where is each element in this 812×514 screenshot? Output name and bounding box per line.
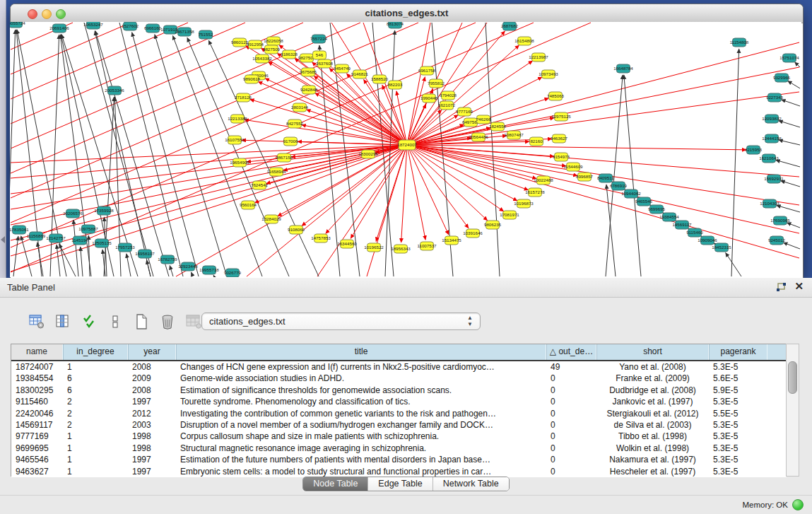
tab-network-table[interactable]: Network Table (433, 477, 509, 491)
table-cell[interactable]: Franke et al. (2009) (596, 373, 709, 384)
table-cell[interactable]: Estimation of the future numbers of pati… (176, 454, 546, 465)
table-vertical-scrollbar[interactable] (786, 344, 799, 477)
tab-edge-table[interactable]: Edge Table (368, 477, 433, 491)
table-cell[interactable]: 1 (63, 466, 128, 477)
table-cell[interactable]: Dudbridge et al. (2008) (596, 385, 709, 396)
table-cell[interactable]: 0 (546, 466, 596, 477)
table-cell[interactable]: 5.3E-5 (709, 466, 767, 477)
table-cell[interactable]: Tibbo et al. (1998) (596, 431, 709, 442)
network-view-canvas[interactable]: 1405572420691406106532471527602696616010… (10, 22, 801, 277)
table-cell[interactable]: Changes of HCN gene expression and I(f) … (176, 361, 546, 373)
table-cell[interactable]: 9465546 (11, 454, 63, 465)
table-cell[interactable]: Yano et al. (2008) (596, 361, 709, 373)
table-cell[interactable]: 5.3E-5 (709, 361, 767, 373)
rows-icon[interactable] (107, 313, 124, 330)
table-select-dropdown[interactable]: citations_edges.txt ▲▼ (201, 313, 481, 330)
table-cell[interactable]: 1 (63, 443, 128, 454)
new-document-icon[interactable] (133, 313, 150, 330)
table-row[interactable]: 2242004622012Investigating the contribut… (11, 408, 787, 419)
table-cell[interactable]: Tourette syndrome. Phenomenology and cla… (176, 396, 546, 407)
scrollbar-thumb[interactable] (788, 361, 797, 394)
table-cell[interactable]: 0 (546, 408, 596, 419)
table-cell[interactable]: 0 (546, 385, 596, 396)
table-cell[interactable]: 14569117 (11, 419, 63, 431)
table-cell[interactable]: Hescheler et al. (1997) (596, 466, 709, 477)
table-row[interactable]: 969969511998Structural magnetic resonanc… (11, 443, 787, 454)
table-cell[interactable]: 1 (63, 454, 128, 465)
table-cell[interactable]: 5.3E-5 (709, 454, 767, 465)
table-cell[interactable]: 0 (546, 373, 596, 384)
table-cell[interactable]: Stergiakouli et al. (2012) (596, 408, 709, 419)
table-row[interactable]: 1938455462009Genome-wide association stu… (11, 373, 787, 384)
column-header-short[interactable]: short (596, 344, 709, 360)
table-cell[interactable]: 5.3E-5 (709, 419, 767, 431)
table-cell[interactable]: de Silva et al. (2003) (596, 419, 709, 431)
table-row[interactable]: 946362711997Embryonic stem cells: a mode… (11, 466, 787, 477)
table-cell[interactable]: Estimation of significance thresholds fo… (176, 385, 546, 396)
table-cell[interactable]: 2003 (128, 419, 176, 431)
table-cell[interactable]: 19384554 (11, 373, 63, 384)
table-cell[interactable]: 0 (546, 443, 596, 454)
table-cell[interactable]: 18724007 (11, 361, 63, 373)
table-settings-icon[interactable] (28, 313, 45, 330)
delete-trash-icon[interactable] (159, 313, 176, 330)
table-cell[interactable]: 2 (63, 408, 128, 419)
table-cell[interactable]: 2008 (128, 361, 176, 373)
table-cell[interactable]: Structural magnetic resonance image aver… (176, 443, 546, 454)
memory-ok-indicator[interactable] (792, 499, 804, 510)
table-cell[interactable]: 1 (63, 361, 128, 373)
table-cell[interactable]: 1997 (128, 396, 176, 407)
table-cell[interactable]: 0 (546, 431, 596, 442)
table-row[interactable]: 1456911722003Disruption of a novel membe… (11, 419, 787, 431)
table-panel-titlebar[interactable]: Table Panel ✕ (0, 278, 812, 298)
table-row[interactable]: 911546021997Tourette syndrome. Phenomeno… (11, 396, 787, 407)
table-cell[interactable]: 0 (546, 454, 596, 465)
table-cell[interactable]: 2008 (128, 385, 176, 396)
close-panel-icon[interactable]: ✕ (794, 280, 804, 293)
column-header-title[interactable]: title (176, 344, 546, 360)
table-cell[interactable]: 1997 (128, 466, 176, 477)
table-cell[interactable]: 1998 (128, 443, 176, 454)
table-cell[interactable]: 6 (63, 385, 128, 396)
table-header-row[interactable]: namein_degreeyeartitle△ out_de…shortpage… (11, 344, 787, 361)
column-header-year[interactable]: year (128, 344, 176, 360)
node-table[interactable]: namein_degreeyeartitle△ out_de…shortpage… (11, 344, 787, 477)
table-cell[interactable]: 0 (546, 396, 596, 407)
table-cell[interactable]: Embryonic stem cells: a model to study s… (176, 466, 546, 477)
table-cell[interactable]: 18300295 (11, 385, 63, 396)
table-cell[interactable]: 1 (63, 431, 128, 442)
table-cell[interactable]: 2 (63, 419, 128, 431)
table-cell[interactable]: 9699695 (11, 443, 63, 454)
table-cell[interactable]: 0 (546, 419, 596, 431)
table-cell[interactable]: 1997 (128, 454, 176, 465)
table-cell[interactable]: 1998 (128, 431, 176, 442)
table-cell[interactable]: Nakamura et al. (1997) (596, 454, 709, 465)
network-window-titlebar[interactable]: citations_edges.txt (11, 4, 803, 23)
table-cell[interactable]: 22420046 (11, 408, 63, 419)
table-cell[interactable]: Corpus callosum shape and size in male p… (176, 431, 546, 442)
table-cell[interactable]: 9463627 (11, 466, 63, 477)
table-cell[interactable]: 49 (546, 361, 596, 373)
column-header-out_de[interactable]: △ out_de… (546, 344, 596, 360)
table-cell[interactable]: 5.3E-5 (709, 431, 767, 442)
table-cell[interactable]: Disruption of a novel member of a sodium… (176, 419, 546, 431)
table-row[interactable]: 1830029562008Estimation of significance … (11, 385, 787, 396)
table-cell[interactable]: 5.6E-5 (709, 373, 767, 384)
collapse-arrow-icon[interactable] (1, 236, 5, 243)
table-cell[interactable]: 2 (63, 396, 128, 407)
table-cell[interactable]: 2009 (128, 373, 176, 384)
table-type-tabs[interactable]: Node TableEdge TableNetwork Table (302, 477, 509, 491)
table-body[interactable]: 1872400712008Changes of HCN gene express… (11, 361, 787, 477)
column-header-pagerank[interactable]: pagerank (709, 344, 767, 360)
insert-column-icon[interactable] (54, 313, 71, 330)
table-cell[interactable]: Genome-wide association studies in ADHD. (176, 373, 546, 384)
table-cell[interactable]: 5.5E-5 (709, 408, 767, 419)
column-header-name[interactable]: name (11, 344, 63, 360)
table-cell[interactable]: 9777169 (11, 431, 63, 442)
float-panel-icon[interactable] (775, 283, 787, 296)
table-cell[interactable]: 5.3E-5 (709, 396, 767, 407)
column-header-in_degree[interactable]: in_degree (63, 344, 128, 360)
table-cell[interactable]: 2012 (128, 408, 176, 419)
table-cell[interactable]: 6 (63, 373, 128, 384)
tab-node-table[interactable]: Node Table (303, 477, 368, 491)
